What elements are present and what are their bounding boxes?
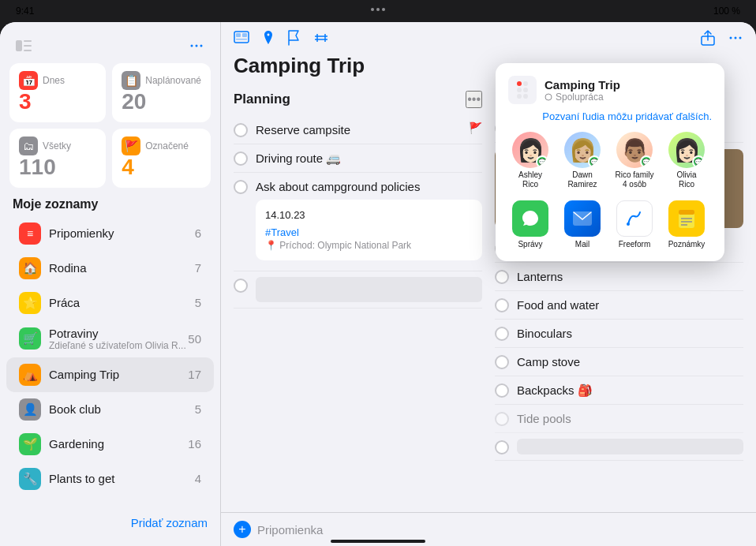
share-header: Camping Trip Spolupráca — [508, 76, 712, 104]
today-count: 3 — [19, 90, 96, 114]
packing-item-food[interactable]: Food and water — [495, 291, 743, 320]
messages-icon — [512, 200, 548, 237]
avatar-dawn[interactable]: 👩🏼 💬 DawnRamirez — [560, 132, 604, 189]
check-food[interactable] — [495, 298, 509, 312]
praca-icon: ⭐ — [19, 292, 41, 314]
svg-rect-28 — [679, 210, 694, 215]
stat-all[interactable]: 🗂 Všetky 110 — [9, 129, 106, 188]
list-item-gardening[interactable]: 🌱 Gardening 16 — [6, 427, 214, 462]
check-empty[interactable] — [234, 279, 248, 293]
sidebar-toggle-button[interactable] — [13, 35, 35, 57]
check-backpacks[interactable] — [495, 383, 509, 398]
rodina-count: 7 — [195, 261, 201, 275]
svg-rect-0 — [16, 40, 22, 51]
add-list-button[interactable]: Pridať zoznam — [131, 516, 208, 529]
stat-today[interactable]: 📅 Dnes 3 — [9, 63, 106, 122]
today-label: Dnes — [43, 75, 65, 86]
location-icon-button[interactable] — [262, 30, 275, 46]
binoculars-text: Binoculars — [517, 325, 572, 342]
svg-point-17 — [735, 37, 737, 39]
avatar-olivia[interactable]: 👩🏻 💬 OliviaRico — [664, 132, 709, 189]
avatar-rico-family[interactable]: 👨🏽 💬 Rico family4 osôb — [612, 132, 657, 189]
plants-count: 4 — [195, 472, 201, 485]
list-item-plants[interactable]: 🔧 Plants to get 4 — [6, 462, 214, 496]
flag-icon-button[interactable] — [287, 30, 301, 46]
rodina-name: Rodina — [49, 261, 195, 275]
avatar-olivia-circle: 👩🏻 💬 — [668, 132, 705, 168]
mail-icon — [564, 200, 601, 237]
sidebar-more-button[interactable] — [185, 35, 208, 57]
packing-item-binoculars[interactable]: Binoculars — [495, 320, 743, 348]
planning-item-driving[interactable]: Driving route 🚐 — [234, 144, 482, 173]
reserve-flag: 🚩 — [469, 122, 482, 134]
packing-item-campstove[interactable]: Camp stove — [495, 348, 743, 376]
policies-note-card: 14.10.23 #Travel 📍 Príchod: Olympic Nati… — [256, 200, 482, 260]
planning-item-empty[interactable] — [234, 271, 482, 309]
list-item[interactable]: ≡ Pripomienky 6 — [6, 216, 214, 251]
gardening-name: Gardening — [49, 437, 188, 451]
packing-item-lanterns[interactable]: Lanterns — [495, 263, 743, 291]
svg-rect-9 — [242, 33, 247, 37]
reserve-text: Reserve campsite — [256, 122, 350, 138]
app-freeform[interactable]: Freeform — [612, 200, 657, 249]
planning-item-policies[interactable]: Ask about campground policies 14.10.23 #… — [234, 173, 482, 271]
svg-rect-3 — [24, 50, 32, 51]
sidebar-footer: Pridať zoznam — [0, 510, 220, 537]
avatar-ashley[interactable]: 👩🏻 💬 AshleyRico — [508, 132, 552, 189]
gallery-icon-button[interactable] — [234, 31, 249, 45]
list-item[interactable]: ⭐ Práca 5 — [6, 286, 214, 320]
app-mail[interactable]: Mail — [560, 200, 604, 249]
share-invite-text[interactable]: Pozvaní ľudia môžu pridávať ďalších. — [508, 110, 712, 122]
flagged-label: Označené — [145, 140, 189, 151]
list-item[interactable]: 🛒 Potraviny Zdieľané s užívateľom Olivia… — [6, 320, 214, 357]
food-text: Food and water — [517, 297, 599, 313]
backpacks-text: Backpacks 🎒 — [517, 382, 593, 398]
notes-icon — [668, 200, 705, 237]
share-list-icon — [508, 76, 537, 104]
check-policies[interactable] — [234, 180, 248, 194]
add-reminder-bar[interactable]: + Pripomienka — [221, 512, 756, 546]
check-tidepools[interactable] — [495, 412, 509, 426]
more-icon-button[interactable] — [728, 30, 743, 46]
svg-point-26 — [627, 223, 630, 226]
app-notes[interactable]: Poznámky — [664, 200, 709, 249]
check-driving[interactable] — [234, 151, 248, 166]
stat-planned[interactable]: 📋 Naplánované 20 — [112, 63, 211, 122]
mail-label: Mail — [575, 240, 589, 249]
check-add[interactable] — [495, 440, 509, 454]
app-messages[interactable]: Správy — [508, 200, 552, 249]
reminders-count: 6 — [195, 226, 201, 240]
avatar-ricofamily-circle: 👨🏽 💬 — [616, 132, 653, 168]
praca-name: Práca — [49, 296, 195, 309]
all-count: 110 — [19, 155, 96, 180]
potraviny-sub: Zdieľané s užívateľom Olivia R... — [49, 340, 188, 351]
share-popover: Camping Trip Spolupráca Pozvaní ľudia mô… — [496, 63, 724, 261]
list-item-bookclub[interactable]: 👤 Book club 5 — [6, 392, 214, 427]
gardening-icon: 🌱 — [19, 433, 41, 455]
share-icon-button[interactable] — [701, 30, 715, 46]
list-item[interactable]: 🏠 Rodina 7 — [6, 251, 214, 286]
stat-flagged[interactable]: 🚩 Označené 4 — [112, 129, 211, 188]
packing-item-tidepools[interactable]: Tide pools — [495, 405, 743, 433]
avatar-ashley-circle: 👩🏻 💬 — [512, 132, 548, 168]
avatar-ricofamily-name: Rico family4 osôb — [616, 170, 654, 189]
bookclub-name: Book club — [49, 402, 195, 416]
planning-item-reserve[interactable]: Reserve campsite 🚩 — [234, 116, 482, 144]
top-dots — [371, 8, 385, 11]
planning-section: Planning ••• Reserve campsite 🚩 Driving … — [234, 91, 482, 309]
packing-item-add[interactable] — [495, 433, 743, 461]
check-campstove[interactable] — [495, 355, 509, 369]
check-lanterns[interactable] — [495, 270, 509, 284]
check-binoculars[interactable] — [495, 327, 509, 341]
home-indicator — [331, 540, 425, 543]
packing-item-backpacks[interactable]: Backpacks 🎒 — [495, 376, 743, 405]
svg-point-24 — [545, 94, 552, 100]
toolbar-left-icons — [234, 30, 328, 46]
freeform-label: Freeform — [619, 240, 651, 249]
notes-label: Poznámky — [668, 240, 705, 249]
share-list-title: Camping Trip — [545, 78, 620, 92]
hashtag-icon-button[interactable] — [314, 31, 328, 45]
list-item-camping[interactable]: ⛺ Camping Trip 17 — [6, 357, 214, 392]
check-reserve[interactable] — [234, 123, 248, 137]
planning-more-button[interactable]: ••• — [466, 91, 482, 108]
